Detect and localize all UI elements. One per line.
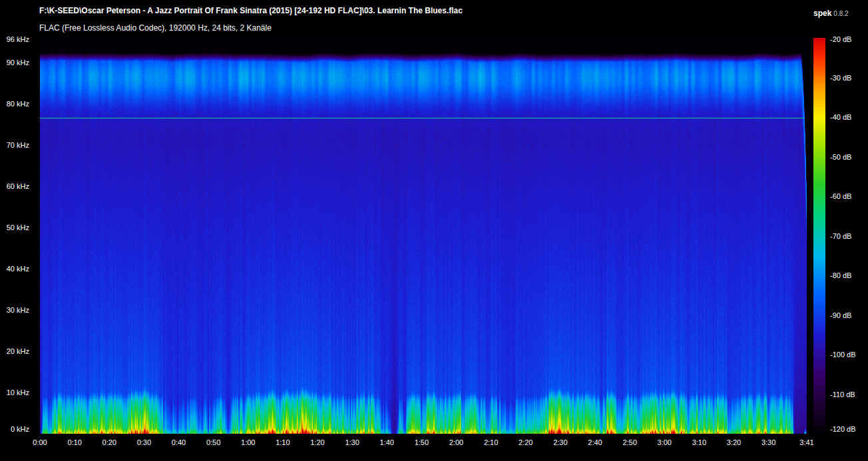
format-info: FLAC (Free Lossless Audio Codec), 192000… — [39, 23, 272, 33]
freq-tick-label: 10 kHz — [0, 388, 29, 396]
time-tick-label: 0:20 — [94, 438, 124, 446]
time-tick-label: 1:50 — [406, 438, 437, 446]
file-path: F:\K-SEED\Oscar Peterson - A Jazz Portra… — [39, 6, 463, 15]
db-tick-label: -60 dB — [830, 192, 851, 200]
time-tick-label: 2:00 — [441, 438, 472, 446]
app-brand: spek0.8.2 — [813, 7, 849, 19]
db-tick-label: -90 dB — [830, 311, 851, 319]
spectrogram — [40, 38, 807, 434]
freq-tick-label: 70 kHz — [0, 141, 29, 149]
time-tick-label: 0:10 — [59, 438, 90, 446]
freq-tick-label: 80 kHz — [0, 100, 29, 108]
time-tick-label: 1:10 — [268, 438, 298, 446]
time-tick-label: 0:00 — [25, 438, 55, 446]
db-tick-label: -40 dB — [830, 113, 851, 121]
time-tick-label: 0:30 — [128, 438, 159, 446]
time-tick-label: 1:20 — [302, 438, 333, 446]
time-tick-label: 3:00 — [649, 438, 680, 446]
time-tick-label: 1:30 — [337, 438, 367, 446]
app-name: spek — [813, 9, 831, 18]
db-legend-gradient — [813, 38, 825, 434]
db-tick-label: -70 dB — [830, 232, 851, 240]
time-tick-label: 0:50 — [198, 438, 229, 446]
app-version: 0.8.2 — [833, 10, 848, 17]
time-tick-label: 3:41 — [791, 438, 822, 446]
freq-tick-label: 40 kHz — [0, 265, 29, 273]
time-tick-label: 3:10 — [684, 438, 714, 446]
freq-tick-label: 96 kHz — [0, 35, 29, 43]
db-tick-label: -110 dB — [830, 390, 855, 398]
time-tick-label: 3:30 — [754, 438, 784, 446]
db-tick-label: -120 dB — [830, 425, 856, 433]
time-tick-label: 0:40 — [164, 438, 194, 446]
spek-window: { "header": { "file_path": "F:\\K-SEED\\… — [0, 0, 868, 461]
db-tick-label: -30 dB — [830, 74, 851, 82]
time-tick-label: 2:50 — [614, 438, 645, 446]
time-tick-label: 1:40 — [371, 438, 402, 446]
time-tick-label: 2:30 — [545, 438, 576, 446]
db-tick-label: -50 dB — [830, 153, 851, 161]
freq-tick-label: 60 kHz — [0, 182, 29, 190]
time-tick-label: 1:00 — [233, 438, 264, 446]
freq-tick-label: 0 kHz — [0, 425, 29, 433]
time-tick-label: 2:40 — [580, 438, 610, 446]
db-tick-label: -80 dB — [830, 271, 851, 279]
db-tick-label: -20 dB — [830, 35, 851, 43]
freq-tick-label: 30 kHz — [0, 306, 29, 314]
db-tick-label: -100 dB — [830, 351, 856, 359]
freq-tick-label: 20 kHz — [0, 347, 29, 355]
freq-tick-label: 50 kHz — [0, 224, 29, 231]
time-tick-label: 2:20 — [511, 438, 541, 446]
freq-tick-label: 90 kHz — [0, 59, 29, 67]
time-tick-label: 3:20 — [719, 438, 750, 446]
time-tick-label: 2:10 — [476, 438, 507, 446]
